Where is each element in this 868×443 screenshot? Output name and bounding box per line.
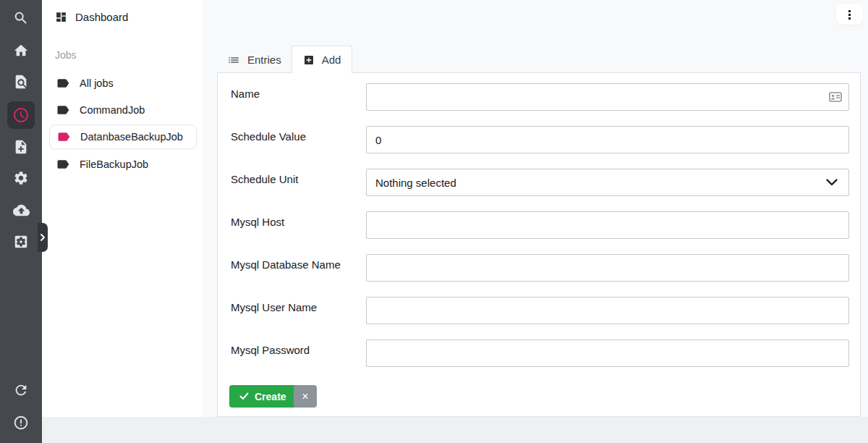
sidebar-header-dashboard[interactable]: Dashboard bbox=[55, 7, 128, 26]
schedule-unit-label: Schedule Unit bbox=[231, 173, 298, 185]
dashboard-icon bbox=[55, 11, 67, 23]
rail-item-find-in-page[interactable] bbox=[7, 68, 35, 96]
chevron-right-icon bbox=[40, 234, 46, 241]
name-label: Name bbox=[231, 88, 260, 100]
sidebar-item-datanbasebackupjob[interactable]: DatanbaseBackupJob bbox=[49, 125, 197, 149]
sidebar: Dashboard Jobs All jobs CommandJob Datan… bbox=[42, 0, 203, 417]
name-input[interactable] bbox=[366, 83, 849, 111]
check-icon bbox=[239, 392, 249, 400]
rail-item-settings-applications[interactable] bbox=[7, 228, 35, 256]
selected-option-label: Nothing selected bbox=[375, 177, 456, 189]
schedule-value-input[interactable] bbox=[366, 126, 849, 153]
tag-icon bbox=[56, 157, 70, 172]
form-row-mysql-password: Mysql Password bbox=[231, 339, 849, 367]
sidebar-title: Dashboard bbox=[75, 11, 128, 23]
form-row-schedule-value: Schedule Value bbox=[231, 126, 849, 153]
tab-label: Entries bbox=[247, 54, 281, 66]
mysql-host-input[interactable] bbox=[366, 211, 849, 239]
settings-box-icon bbox=[13, 234, 29, 250]
schedule-value-label: Schedule Value bbox=[231, 130, 306, 143]
chevron-down-icon bbox=[826, 179, 838, 186]
rail-item-home[interactable] bbox=[7, 37, 35, 64]
add-job-form-panel: Name Schedule Value Schedule Unit Nothin… bbox=[217, 72, 861, 417]
mysql-user-name-label: Mysql User Name bbox=[231, 301, 317, 313]
kebab-menu-icon bbox=[848, 10, 851, 12]
rail-item-refresh[interactable] bbox=[7, 376, 35, 404]
add-box-icon bbox=[303, 54, 315, 66]
form-row-name: Name bbox=[231, 83, 849, 111]
mysql-password-label: Mysql Password bbox=[231, 344, 310, 356]
refresh-icon bbox=[13, 382, 29, 398]
close-button[interactable]: × bbox=[294, 385, 317, 408]
form-row-mysql-host: Mysql Host bbox=[231, 211, 849, 239]
sidebar-item-label: DatanbaseBackupJob bbox=[80, 131, 183, 143]
tab-entries[interactable]: Entries bbox=[227, 46, 281, 73]
alert-circle-icon bbox=[13, 415, 29, 431]
more-options-button[interactable] bbox=[836, 4, 863, 25]
main-area: Entries Add Name Schedule Value Schedule… bbox=[203, 0, 868, 417]
rail-item-search[interactable] bbox=[7, 4, 35, 32]
create-button-label: Create bbox=[255, 391, 286, 402]
note-add-icon bbox=[13, 139, 29, 155]
mysql-user-name-input[interactable] bbox=[366, 297, 849, 324]
tag-icon bbox=[56, 130, 71, 144]
rail-item-settings[interactable] bbox=[7, 164, 35, 192]
clock-icon bbox=[12, 106, 30, 124]
rail-item-cloud-upload[interactable] bbox=[7, 196, 35, 224]
tab-label: Add bbox=[322, 54, 341, 66]
home-icon bbox=[13, 43, 29, 59]
tag-icon bbox=[56, 76, 70, 90]
rail-expand-handle[interactable] bbox=[38, 223, 48, 252]
tab-add[interactable]: Add bbox=[292, 46, 352, 73]
sidebar-item-all-jobs[interactable]: All jobs bbox=[49, 71, 197, 96]
sidebar-section-label: Jobs bbox=[55, 49, 77, 61]
schedule-unit-select[interactable]: Nothing selected bbox=[366, 169, 849, 196]
search-icon bbox=[13, 10, 29, 26]
left-rail bbox=[0, 0, 42, 443]
sidebar-item-label: All jobs bbox=[80, 77, 114, 89]
sidebar-item-label: CommandJob bbox=[80, 104, 145, 116]
form-row-schedule-unit: Schedule Unit Nothing selected bbox=[231, 169, 849, 196]
cloud-upload-icon bbox=[13, 202, 30, 219]
sidebar-item-label: FileBackupJob bbox=[80, 159, 148, 170]
gear-icon bbox=[13, 170, 29, 186]
mysql-database-name-input[interactable] bbox=[366, 254, 849, 282]
list-icon bbox=[227, 54, 240, 67]
create-button[interactable]: Create bbox=[229, 385, 297, 408]
mysql-database-name-label: Mysql Database Name bbox=[231, 258, 341, 271]
mysql-password-input[interactable] bbox=[366, 339, 849, 367]
mysql-host-label: Mysql Host bbox=[231, 216, 284, 228]
close-icon: × bbox=[302, 390, 308, 403]
form-row-mysql-database-name: Mysql Database Name bbox=[231, 254, 849, 282]
rail-item-note-add[interactable] bbox=[7, 133, 35, 161]
tag-icon bbox=[56, 103, 70, 117]
rail-item-schedule[interactable] bbox=[7, 101, 35, 129]
sidebar-item-commandjob[interactable]: CommandJob bbox=[49, 98, 197, 122]
sidebar-item-filebackupjob[interactable]: FileBackupJob bbox=[49, 152, 197, 177]
find-in-page-icon bbox=[13, 74, 29, 90]
form-row-mysql-user-name: Mysql User Name bbox=[231, 297, 849, 324]
rail-item-alerts[interactable] bbox=[7, 409, 35, 436]
